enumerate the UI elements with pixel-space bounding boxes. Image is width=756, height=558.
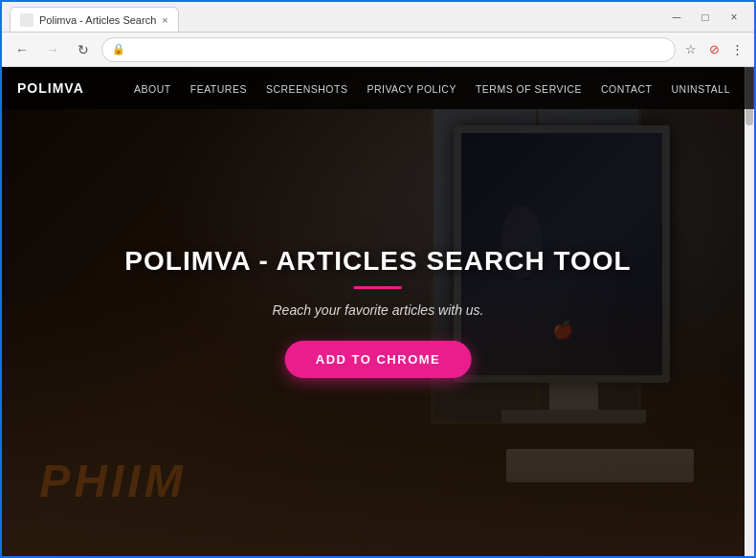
nav-link-about[interactable]: ABOUT [125, 78, 180, 100]
website: 🍎 phiim POLIMVA ABOUT [2, 67, 754, 556]
reload-button[interactable]: ↻ [71, 37, 96, 62]
lock-icon: 🔒 [112, 43, 125, 56]
nav-links-list: ABOUT FEATURES SCREENSHOTS PRIVACY POLIC… [125, 79, 739, 97]
back-button[interactable]: ← [10, 37, 34, 62]
nav-item-privacy[interactable]: PRIVACY POLICY [358, 79, 465, 97]
maximize-button[interactable]: □ [693, 7, 718, 28]
title-bar: Polimva - Articles Search × ─ □ × [2, 2, 754, 33]
nav-item-contact[interactable]: CONTACT [592, 79, 660, 97]
nav-link-terms[interactable]: TERMS OF SERVICE [467, 78, 590, 100]
nav-item-terms[interactable]: TERMS OF SERVICE [467, 79, 590, 97]
browser-window: Polimva - Articles Search × ─ □ × ← → ↻ … [0, 0, 756, 558]
tab-area: Polimva - Articles Search × [10, 2, 658, 32]
nav-item-uninstall[interactable]: UNINSTALL [663, 79, 740, 97]
nav-item-screenshots[interactable]: SCREENSHOTS [257, 79, 356, 97]
nav-item-features[interactable]: FEATURES [182, 79, 256, 97]
bookmark-icon[interactable]: ☆ [681, 40, 700, 59]
nav-link-privacy[interactable]: PRIVACY POLICY [358, 78, 465, 100]
favicon [20, 13, 33, 27]
close-button[interactable]: × [722, 7, 746, 28]
site-navigation: POLIMVA ABOUT FEATURES SCREENSHOTS PRIVA… [2, 67, 754, 109]
add-to-chrome-button[interactable]: ADD TO CHROME [285, 341, 471, 378]
extension-icon[interactable]: ⊘ [704, 40, 723, 59]
site-logo: POLIMVA [17, 80, 84, 96]
nav-link-contact[interactable]: CONTACT [592, 78, 660, 100]
toolbar-right: ☆ ⊘ ⋮ [681, 40, 746, 59]
scrollbar[interactable] [745, 67, 754, 556]
address-bar-row: ← → ↻ 🔒 ☆ ⊘ ⋮ [2, 33, 754, 67]
nav-link-screenshots[interactable]: SCREENSHOTS [257, 78, 356, 100]
forward-button[interactable]: → [40, 37, 65, 62]
address-bar[interactable]: 🔒 [101, 37, 676, 62]
nav-item-about[interactable]: ABOUT [125, 79, 180, 97]
nav-link-features[interactable]: FEATURES [182, 78, 256, 100]
menu-icon[interactable]: ⋮ [727, 40, 746, 59]
tab-close-button[interactable]: × [162, 14, 167, 26]
hero-content: POLIMVA - ARTICLES SEARCH TOOL Reach you… [78, 246, 679, 378]
hero-divider [354, 286, 402, 289]
browser-tab[interactable]: Polimva - Articles Search × [10, 7, 179, 32]
hero-subtitle: Reach your favorite articles with us. [78, 302, 679, 318]
browser-content: 🍎 phiim POLIMVA ABOUT [2, 67, 754, 556]
window-controls: ─ □ × [664, 7, 746, 28]
minimize-button[interactable]: ─ [664, 7, 689, 28]
hero-title: POLIMVA - ARTICLES SEARCH TOOL [78, 246, 679, 277]
tab-title: Polimva - Articles Search [39, 14, 156, 26]
nav-link-uninstall[interactable]: UNINSTALL [663, 78, 740, 100]
